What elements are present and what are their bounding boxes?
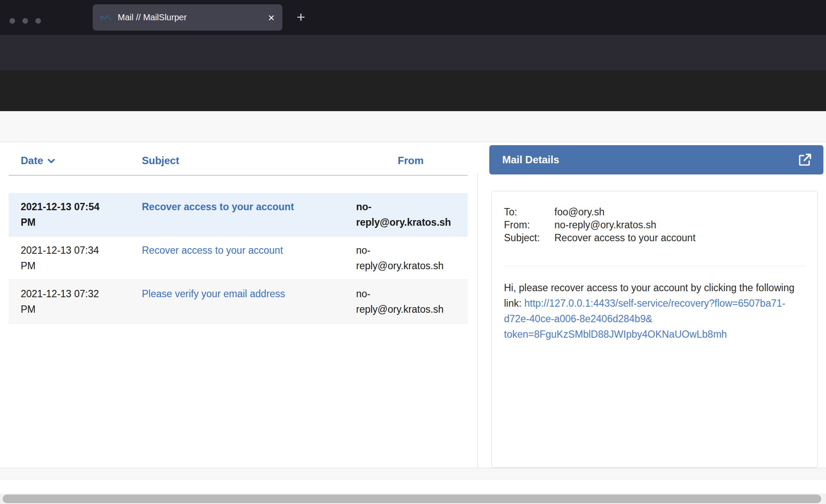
mail-row[interactable]: 2021-12-13 07:32 PMPlease verify your em… [9, 280, 468, 324]
mail-list-body: 2021-12-13 07:54 PMRecover access to you… [9, 175, 468, 324]
main-content: Date Subject From 2021-12-13 07:54 PMRec… [0, 142, 826, 468]
mail-subject-link[interactable]: Please verify your email address [142, 288, 285, 299]
list-spacer [9, 175, 468, 193]
details-field-value: Recover access to your account [554, 231, 695, 244]
mail-row-subject: Recover access to your account [131, 193, 354, 236]
details-field-value: foo@ory.sh [554, 205, 604, 218]
recovery-link[interactable]: http://127.0.0.1:4433/self-service/recov… [504, 298, 785, 340]
browser-toolbar: ← → 127.0.0.1:4436/# 90% ☆ » [0, 35, 826, 70]
mail-row-date: 2021-12-13 07:32 PM [9, 280, 131, 324]
mail-row-from: no-reply@ory.kratos.sh [354, 236, 468, 280]
footer-band [0, 468, 826, 479]
details-field-row: Subject:Recover access to your account [504, 231, 806, 244]
mailslurper-favicon: s [100, 13, 112, 22]
app-header: s [0, 70, 826, 111]
browser-tab[interactable]: s Mail // MailSlurper × [93, 4, 282, 31]
footer-area [0, 479, 826, 494]
column-header-from[interactable]: From [354, 142, 468, 175]
mail-subject-link[interactable]: Recover access to your account [142, 245, 283, 256]
sort-desc-icon [47, 159, 55, 164]
mail-row-subject: Recover access to your account [131, 236, 354, 280]
window-dot[interactable] [22, 18, 28, 24]
mailslurper-window: s Mail // MailSlurper × + ← → 127.0.0.1:… [0, 0, 826, 504]
mail-details-fields: To:foo@ory.shFrom:no-reply@ory.kratos.sh… [504, 205, 806, 244]
window-dot[interactable] [9, 18, 15, 24]
new-tab-icon[interactable]: + [297, 9, 305, 25]
details-field-label: Subject: [504, 231, 554, 244]
tab-title: Mail // MailSlurper [118, 12, 268, 22]
mail-details-header: Mail Details [489, 145, 823, 174]
list-toolbar: Refresh Search [0, 111, 826, 142]
details-field-label: From: [504, 218, 554, 231]
horizontal-scrollbar-thumb[interactable] [3, 495, 821, 503]
mail-list-table: Date Subject From 2021-12-13 07:54 PMRec… [9, 142, 468, 324]
mail-row-from: no-reply@ory.kratos.sh [354, 193, 468, 236]
mail-body: Hi, please recover access to your accoun… [504, 280, 807, 342]
mail-list-header-row: Date Subject From [9, 142, 468, 175]
mail-row-subject: Please verify your email address [131, 280, 354, 324]
panel-divider [477, 173, 478, 468]
mail-row[interactable]: 2021-12-13 07:54 PMRecover access to you… [9, 193, 468, 236]
details-field-row: To:foo@ory.sh [504, 205, 806, 218]
details-field-value: no-reply@ory.kratos.sh [554, 218, 656, 231]
mail-row-from: no-reply@ory.kratos.sh [354, 280, 468, 324]
mail-row[interactable]: 2021-12-13 07:34 PMRecover access to you… [9, 236, 468, 280]
mail-row-date: 2021-12-13 07:54 PM [9, 193, 131, 236]
window-dot[interactable] [35, 18, 41, 24]
open-external-icon[interactable] [798, 152, 812, 167]
tab-close-icon[interactable]: × [268, 12, 275, 23]
column-header-subject[interactable]: Subject [131, 142, 354, 175]
column-header-date[interactable]: Date [9, 142, 131, 175]
mail-details-card: To:foo@ory.shFrom:no-reply@ory.kratos.sh… [491, 191, 818, 468]
window-controls[interactable] [9, 18, 41, 24]
details-field-row: From:no-reply@ory.kratos.sh [504, 218, 806, 231]
details-field-label: To: [504, 205, 554, 218]
mail-subject-link[interactable]: Recover access to your account [142, 201, 294, 212]
mail-details-title: Mail Details [502, 154, 798, 166]
mail-row-date: 2021-12-13 07:34 PM [9, 236, 131, 280]
svg-text:s: s [109, 16, 111, 21]
details-divider [504, 266, 806, 266]
browser-tab-bar: s Mail // MailSlurper × + [0, 0, 826, 35]
